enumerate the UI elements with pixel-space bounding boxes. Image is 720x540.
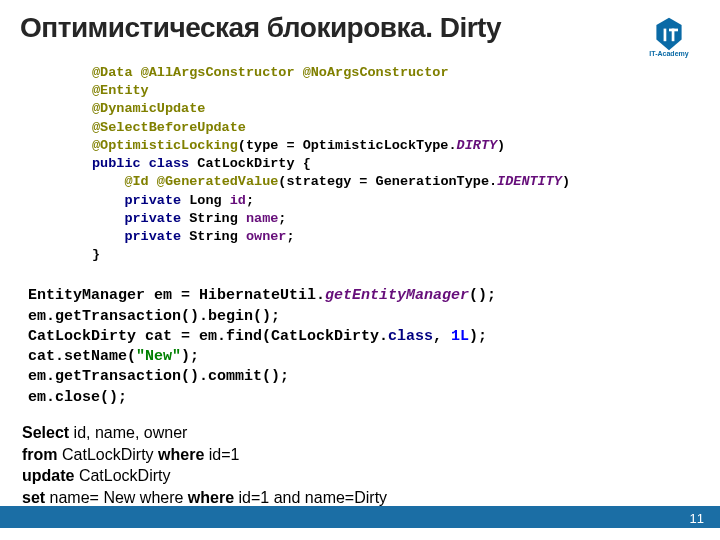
slide-title: Оптимистическая блокировка. Dirty [0, 0, 720, 44]
logo: IT-Academy [646, 16, 692, 62]
svg-rect-0 [664, 29, 667, 42]
svg-rect-2 [672, 29, 675, 42]
footer-bar [0, 506, 720, 528]
sql-output: Select id, name, owner from CatLockDirty… [22, 422, 720, 508]
code-block-usage: EntityManager em = HibernateUtil.getEnti… [28, 286, 720, 408]
code-block-java-class: @Data @AllArgsConstructor @NoArgsConstru… [92, 64, 720, 264]
logo-icon [651, 16, 687, 52]
logo-text: IT-Academy [649, 50, 688, 57]
page-number: 11 [690, 511, 704, 526]
